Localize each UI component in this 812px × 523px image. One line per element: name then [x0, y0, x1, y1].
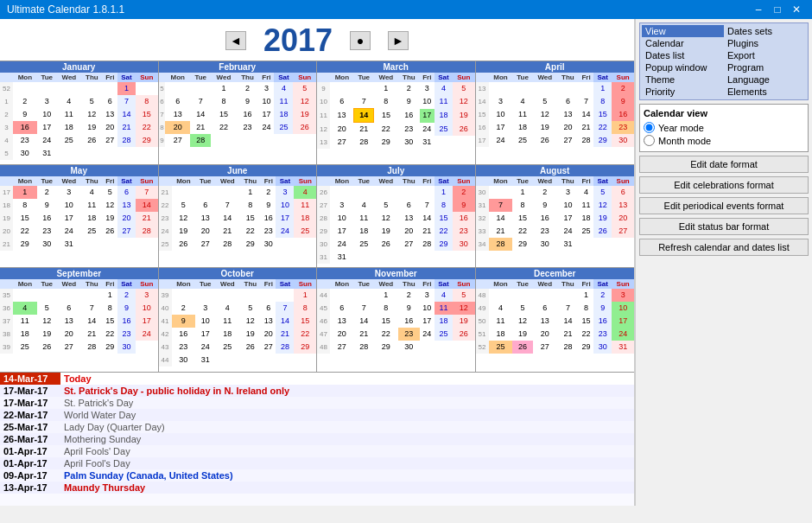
view-item-export[interactable]: Export — [724, 49, 806, 61]
calendar-cell[interactable]: 7 — [354, 95, 374, 109]
calendar-cell[interactable]: 29 — [317, 225, 330, 238]
calendar-cell[interactable]: 24 — [420, 328, 435, 341]
calendar-cell[interactable]: 3 — [258, 82, 274, 95]
calendar-cell[interactable]: 13 — [398, 212, 420, 225]
calendar-cell[interactable] — [103, 82, 117, 95]
calendar-cell[interactable]: 29 — [374, 136, 398, 149]
calendar-cell[interactable]: 26 — [374, 238, 398, 251]
calendar-cell[interactable]: 27 — [612, 225, 634, 238]
calendar-cell[interactable]: 18 — [13, 328, 37, 341]
calendar-cell[interactable]: 48 — [317, 341, 330, 354]
calendar-cell[interactable]: 3 — [136, 289, 158, 302]
calendar-cell[interactable]: 16 — [37, 212, 57, 225]
calendar-cell[interactable]: 5 — [593, 186, 612, 199]
calendar-cell[interactable]: 6 — [557, 95, 579, 108]
calendar-cell[interactable]: 19 — [453, 315, 475, 328]
calendar-cell[interactable] — [215, 186, 239, 199]
calendar-cell[interactable] — [190, 82, 211, 95]
calendar-cell[interactable]: 14 — [420, 212, 435, 225]
calendar-cell[interactable]: 20 — [57, 328, 81, 341]
calendar-cell[interactable]: 19 — [453, 109, 475, 123]
calendar-cell[interactable]: 29 — [136, 134, 158, 147]
view-item-popup[interactable]: Popup window — [642, 61, 724, 73]
calendar-cell[interactable]: 21 — [557, 328, 579, 341]
calendar-cell[interactable]: 29 — [103, 341, 117, 354]
calendar-cell[interactable]: 18 — [0, 199, 13, 212]
dates-list-row[interactable]: 25-Mar-17Lady Day (Quarter Day) — [0, 421, 634, 433]
calendar-cell[interactable]: 23 — [237, 121, 259, 134]
calendar-cell[interactable]: 22 — [374, 328, 398, 341]
calendar-cell[interactable]: 19 — [512, 328, 532, 341]
calendar-cell[interactable]: 2 — [593, 289, 612, 302]
calendar-cell[interactable] — [293, 134, 316, 147]
calendar-cell[interactable]: 26 — [533, 134, 557, 147]
calendar-cell[interactable]: 30 — [533, 238, 557, 251]
calendar-cell[interactable]: 40 — [159, 302, 172, 315]
calendar-cell[interactable]: 24 — [612, 328, 634, 341]
calendar-cell[interactable]: 13 — [57, 315, 81, 328]
calendar-cell[interactable]: 15 — [294, 315, 316, 328]
calendar-cell[interactable]: 13 — [195, 212, 215, 225]
calendar-cell[interactable] — [81, 238, 103, 251]
calendar-cell[interactable]: 22 — [435, 225, 453, 238]
calendar-cell[interactable]: 19 — [374, 225, 398, 238]
calendar-cell[interactable]: 12 — [374, 212, 398, 225]
calendar-cell[interactable]: 17 — [276, 212, 294, 225]
calendar-cell[interactable] — [294, 238, 316, 251]
calendar-cell[interactable]: 30 — [317, 238, 330, 251]
calendar-cell[interactable] — [557, 82, 579, 95]
calendar-cell[interactable] — [453, 251, 475, 264]
calendar-cell[interactable]: 8 — [435, 199, 453, 212]
calendar-cell[interactable]: 14 — [354, 109, 374, 123]
calendar-cell[interactable] — [354, 289, 374, 302]
calendar-cell[interactable]: 21 — [420, 225, 435, 238]
calendar-cell[interactable]: 10 — [276, 199, 294, 212]
calendar-cell[interactable]: 28 — [489, 238, 513, 251]
calendar-cell[interactable] — [435, 136, 453, 149]
calendar-cell[interactable]: 6 — [195, 199, 215, 212]
calendar-cell[interactable]: 11 — [579, 199, 593, 212]
calendar-cell[interactable]: 9 — [533, 199, 557, 212]
view-item-elements[interactable]: Elements — [724, 86, 806, 98]
view-item-theme[interactable]: Theme — [642, 73, 724, 86]
calendar-cell[interactable] — [195, 289, 215, 302]
calendar-cell[interactable]: 34 — [476, 238, 489, 251]
calendar-cell[interactable]: 28 — [317, 212, 330, 225]
calendar-cell[interactable]: 19 — [0, 212, 13, 225]
calendar-cell[interactable]: 27 — [261, 341, 276, 354]
dot-button[interactable]: ● — [350, 31, 371, 50]
calendar-cell[interactable]: 25 — [579, 225, 593, 238]
calendar-cell[interactable]: 2 — [612, 82, 634, 95]
calendar-cell[interactable]: 9 — [261, 199, 276, 212]
calendar-cell[interactable]: 16 — [261, 212, 276, 225]
calendar-cell[interactable]: 5 — [374, 199, 398, 212]
calendar-cell[interactable] — [398, 186, 420, 199]
calendar-cell[interactable]: 2 — [398, 82, 420, 95]
calendar-cell[interactable]: 15 — [13, 212, 37, 225]
calendar-cell[interactable] — [435, 341, 453, 354]
calendar-cell[interactable]: 5 — [293, 82, 316, 95]
calendar-cell[interactable]: 28 — [276, 341, 294, 354]
calendar-cell[interactable]: 11 — [57, 108, 81, 121]
calendar-cell[interactable]: 15 — [579, 315, 593, 328]
calendar-cell[interactable]: 8 — [239, 199, 261, 212]
calendar-cell[interactable]: 3 — [195, 302, 215, 315]
calendar-cell[interactable]: 24 — [489, 134, 513, 147]
calendar-cell[interactable] — [237, 134, 259, 147]
calendar-cell[interactable]: 3 — [37, 95, 57, 108]
calendar-cell[interactable]: 20 — [195, 225, 215, 238]
minimize-button[interactable]: – — [750, 2, 767, 17]
calendar-cell[interactable]: 5 — [533, 95, 557, 108]
calendar-cell[interactable]: 4 — [489, 302, 513, 315]
calendar-cell[interactable]: 20 — [330, 328, 354, 341]
calendar-cell[interactable]: 1 — [117, 82, 136, 95]
calendar-cell[interactable]: 16 — [612, 108, 634, 121]
calendar-cell[interactable]: 24 — [557, 225, 579, 238]
calendar-cell[interactable]: 22 — [239, 225, 261, 238]
calendar-cell[interactable] — [81, 82, 103, 95]
refresh-calendar-button[interactable]: Refresh calendar and dates list — [639, 239, 809, 256]
calendar-cell[interactable]: 21 — [354, 123, 374, 137]
calendar-cell[interactable] — [239, 354, 261, 367]
calendar-cell[interactable]: 25 — [435, 328, 453, 341]
calendar-cell[interactable] — [374, 251, 398, 264]
